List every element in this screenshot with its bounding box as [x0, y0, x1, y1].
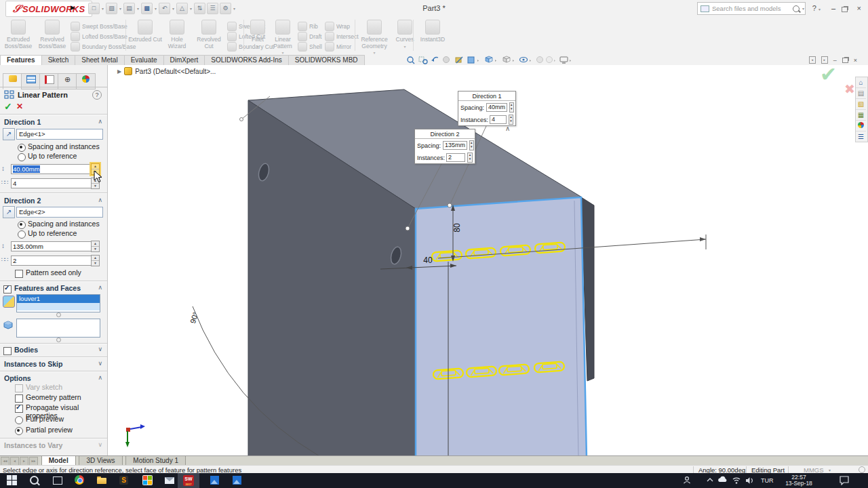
- pattern-seed-checkbox[interactable]: [15, 270, 23, 278]
- expand-icon[interactable]: ∨: [98, 346, 102, 352]
- tab-sketch[interactable]: Sketch: [41, 55, 76, 65]
- properties-icon[interactable]: ☰: [207, 3, 218, 14]
- direction1-reverse-button[interactable]: ↗: [3, 128, 15, 140]
- ok-button[interactable]: ✓: [4, 101, 12, 112]
- radio-label[interactable]: Full preview: [26, 415, 64, 423]
- units-caret-icon[interactable]: ▾: [829, 468, 831, 472]
- revolved-cut-button[interactable]: Revolved Cut: [192, 18, 226, 49]
- view-palette-icon[interactable]: ▦: [856, 110, 866, 121]
- callout-instances-value[interactable]: 4: [490, 115, 507, 124]
- hide-show-items-icon[interactable]: [520, 58, 532, 62]
- taskbar-search-icon[interactable]: [30, 475, 41, 486]
- undo-icon[interactable]: ↶: [159, 3, 170, 14]
- collapse-icon[interactable]: ∧: [98, 118, 102, 125]
- edit-appearance-icon[interactable]: [456, 57, 462, 63]
- taskbar-clock[interactable]: 22:57 13-Sep-18: [781, 474, 816, 487]
- checkbox-label[interactable]: Pattern seed only: [26, 268, 81, 277]
- feature-tree-root[interactable]: ▶ Part3 (Default<<Default>...: [117, 67, 216, 75]
- restore-button[interactable]: [842, 5, 848, 14]
- direction2-spacing-field[interactable]: 135.00mm: [11, 241, 94, 251]
- dim-90-label[interactable]: 90°: [189, 311, 200, 325]
- caret-icon[interactable]: ▾: [233, 6, 235, 11]
- section-view-icon[interactable]: [443, 57, 450, 63]
- features-list[interactable]: louver1: [16, 294, 100, 312]
- radio-label[interactable]: Up to reference: [28, 152, 77, 160]
- sublime-icon[interactable]: S: [119, 475, 130, 486]
- instances-skip-header[interactable]: Instances to Skip: [4, 360, 62, 368]
- action-center-icon[interactable]: [840, 476, 850, 485]
- direction2-instances-field[interactable]: 2: [11, 256, 94, 266]
- tab-sheet-metal[interactable]: Sheet Metal: [75, 55, 124, 65]
- direction1-instances-field[interactable]: 4: [11, 178, 94, 188]
- tab-addins[interactable]: SOLIDWORKS Add-Ins: [204, 55, 288, 65]
- expand-arrow-icon[interactable]: ▶: [117, 68, 121, 75]
- options-gear-icon[interactable]: ⚙: [220, 3, 231, 14]
- intersect-button[interactable]: Intersect: [325, 32, 359, 41]
- model-tab[interactable]: Model: [41, 456, 76, 466]
- tab-mbd[interactable]: SOLIDWORKS MBD: [288, 55, 365, 65]
- direction1-callout[interactable]: Direction 1 Spacing:40mm▲▼ Instances:4▲▼: [458, 91, 516, 126]
- people-icon[interactable]: [684, 477, 690, 483]
- callout-spacing-value[interactable]: 40mm: [486, 103, 507, 112]
- search-input[interactable]: Search files and models ▾: [697, 2, 806, 15]
- scene-icon[interactable]: [547, 57, 556, 63]
- wrap-button[interactable]: Wrap: [325, 22, 359, 30]
- radio-label[interactable]: Partial preview: [26, 426, 73, 434]
- zoom-to-fit-icon[interactable]: [408, 57, 414, 64]
- view-orientation-icon[interactable]: [486, 56, 496, 62]
- extruded-boss-button[interactable]: Extruded Boss/Base: [1, 18, 35, 49]
- bodies-header[interactable]: Bodies: [14, 346, 38, 354]
- file-explorer-icon[interactable]: [97, 475, 108, 486]
- confirmation-cancel-icon[interactable]: ✖: [844, 81, 855, 97]
- shell-button[interactable]: Shell: [298, 42, 322, 51]
- caret-icon[interactable]: ▾: [155, 6, 157, 11]
- screen-settings-icon[interactable]: [560, 57, 571, 63]
- file-explorer-icon[interactable]: ▧: [856, 99, 866, 110]
- linear-pattern-button[interactable]: Linear Pattern▾: [269, 18, 296, 55]
- start-button[interactable]: [7, 475, 18, 486]
- motion-study-tab[interactable]: Motion Study 1: [125, 456, 186, 466]
- direction2-header[interactable]: Direction 2: [4, 197, 41, 205]
- direction1-spacing-field[interactable]: 40.00mm: [11, 164, 94, 174]
- dim-80-label[interactable]: 80: [452, 223, 462, 232]
- bodies-checkbox[interactable]: [3, 347, 12, 355]
- volume-icon[interactable]: [746, 477, 752, 484]
- photos-icon[interactable]: [210, 475, 221, 486]
- caret-icon[interactable]: ▾: [137, 6, 139, 11]
- caret-icon[interactable]: ▾: [102, 6, 104, 11]
- direction2-reverse-button[interactable]: ↗: [3, 206, 15, 218]
- hole-wizard-button[interactable]: Hole Wizard: [162, 18, 192, 49]
- selected-feature-item[interactable]: louver1: [17, 295, 100, 303]
- collapse-icon[interactable]: ∧: [98, 197, 102, 203]
- callout-spacing-value[interactable]: 135mm: [443, 141, 467, 150]
- language-indicator[interactable]: TUR: [761, 477, 774, 484]
- full-preview-radio[interactable]: [15, 416, 23, 424]
- reference-geometry-button[interactable]: Reference Geometry▾: [357, 18, 391, 55]
- cancel-button[interactable]: ✕: [16, 102, 23, 111]
- model-selected-front-face[interactable]: [416, 197, 587, 455]
- custom-properties-icon[interactable]: ☰: [856, 131, 866, 142]
- spinner[interactable]: ▲▼: [509, 115, 513, 125]
- list-resize-grip[interactable]: [56, 312, 61, 317]
- direction1-selection-field[interactable]: Edge<1>: [16, 129, 103, 140]
- tab-evaluate[interactable]: Evaluate: [124, 55, 164, 65]
- fillet-button[interactable]: Fillet▾: [246, 18, 269, 49]
- draft-button[interactable]: Draft: [298, 32, 322, 41]
- search-icon[interactable]: [793, 5, 800, 12]
- radio-label[interactable]: Up to reference: [28, 229, 77, 237]
- caret-icon[interactable]: ▾: [802, 6, 804, 11]
- menu-expand-icon[interactable]: ▶: [71, 4, 75, 11]
- select-icon[interactable]: △: [176, 3, 188, 14]
- close-button[interactable]: ×: [857, 4, 861, 12]
- solidworks-logo[interactable]: 𝒮SOLIDWORKS: [5, 1, 92, 17]
- callout-collapse-icon[interactable]: ∧: [505, 125, 510, 132]
- prev-document-icon[interactable]: ◂: [809, 56, 816, 64]
- checkbox-label[interactable]: Geometry pattern: [26, 393, 81, 401]
- collapse-icon[interactable]: ∧: [98, 284, 102, 291]
- extruded-cut-button[interactable]: Extruded Cut: [128, 18, 162, 43]
- solidworks-taskbar-button[interactable]: SW2017: [178, 473, 199, 488]
- propagate-visual-checkbox[interactable]: [15, 405, 23, 413]
- doc-minimize-icon[interactable]: –: [833, 57, 837, 64]
- radio-label[interactable]: Spacing and instances: [28, 142, 100, 150]
- rib-button[interactable]: Rib: [298, 22, 322, 30]
